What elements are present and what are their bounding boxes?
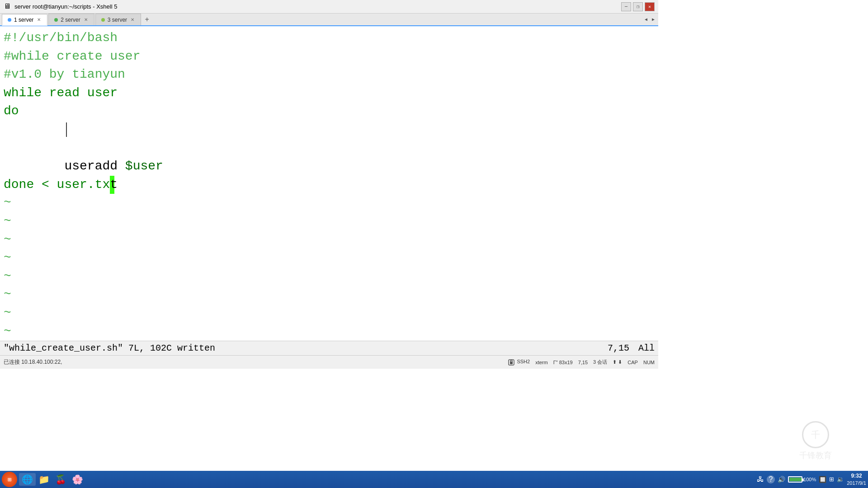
num-indicator: NUM [643, 360, 655, 365]
tab-dot-2 [54, 18, 58, 22]
tab-label-2: 2 server [61, 17, 80, 23]
tilde-3: ~ [4, 231, 655, 249]
titlebar: 🖥 server root@tianyun:~/scripts - Xshell… [0, 0, 658, 14]
arrow-indicators: ⬆ ⬇ [613, 359, 622, 365]
line-content-4: while read user [4, 84, 118, 103]
editor-line-6: useradd $user [4, 157, 655, 176]
tab-server-1[interactable]: 1 server ✕ [2, 14, 47, 26]
tilde-4: ~ [4, 249, 655, 267]
tilde-1: ~ [4, 194, 655, 212]
line-content-5a: do [4, 102, 19, 121]
tab-prev-arrow[interactable]: ◀ [643, 16, 649, 23]
line-content-2: #while create user [4, 47, 140, 66]
vim-scroll: All [638, 343, 655, 353]
cap-indicator: CAP [627, 360, 638, 365]
text-cursor: t [110, 176, 114, 194]
tab-label-1: 1 server [14, 17, 33, 23]
statusbar: 已连接 10.18.40.100:22, SSH2 xterm Γ" 83x19… [0, 355, 658, 369]
line-content-6b: $user [125, 157, 163, 176]
tab-next-arrow[interactable]: ▶ [650, 16, 656, 23]
tab-server-2[interactable]: 2 server ✕ [48, 14, 94, 25]
tilde-2: ~ [4, 212, 655, 231]
line-content-6a: useradd [4, 157, 125, 176]
line-content-7a: done < user.tx [4, 176, 110, 194]
tilde-8: ~ [4, 323, 655, 341]
restore-button[interactable]: ❐ [633, 2, 643, 11]
tilde-5: ~ [4, 267, 655, 286]
tilde-7: ~ [4, 304, 655, 323]
tab-nav-arrows: ◀ ▶ [643, 16, 656, 23]
editor-line-2: #while create user [4, 47, 655, 66]
line-content-1: #!/usr/bin/bash [4, 29, 118, 47]
editor-line-1: #!/usr/bin/bash [4, 29, 655, 47]
new-tab-button[interactable]: + [142, 14, 152, 24]
vim-position: 7,15 [608, 343, 629, 353]
cursor-indicator [19, 102, 55, 157]
cursor-pos: 7,15 [578, 360, 588, 365]
tabbar: 1 server ✕ 2 server ✕ 3 server ✕ + ◀ ▶ [0, 14, 658, 26]
tab-label-3: 3 server [108, 17, 127, 23]
vim-statusbar: "while_create_user.sh" 7L, 102C written … [0, 341, 658, 355]
editor-line-5: do [4, 102, 655, 157]
tab-close-3[interactable]: ✕ [130, 17, 135, 22]
editor-area[interactable]: #!/usr/bin/bash #while create user #v1.0… [0, 26, 658, 341]
svg-rect-2 [510, 361, 513, 364]
vim-position-info: 7,15 All [608, 343, 655, 353]
tab-close-2[interactable]: ✕ [83, 17, 89, 22]
editor-line-3: #v1.0 by tianyun [4, 66, 655, 84]
tab-server-3[interactable]: 3 server ✕ [95, 14, 141, 25]
tab-close-1[interactable]: ✕ [36, 17, 42, 22]
line-content-3: #v1.0 by tianyun [4, 66, 125, 84]
editor-line-7: done < user.txt [4, 176, 655, 194]
titlebar-left: 🖥 server root@tianyun:~/scripts - Xshell… [4, 2, 117, 11]
editor-line-4: while read user [4, 84, 655, 103]
vim-filename: "while_create_user.sh" 7L, 102C written [4, 343, 215, 353]
status-right: SSH2 xterm Γ" 83x19 7,15 3 会话 ⬆ ⬇ CAP NU… [508, 359, 655, 366]
terminal-size: Γ" 83x19 [553, 360, 573, 365]
close-button[interactable]: ✕ [645, 2, 655, 11]
tab-dot-3 [101, 18, 105, 22]
terminal-type: xterm [535, 360, 548, 365]
titlebar-controls[interactable]: — ❐ ✕ [621, 2, 655, 11]
tab-dot-1 [8, 18, 11, 22]
minimize-button[interactable]: — [621, 2, 631, 11]
app-icon: 🖥 [4, 2, 11, 11]
titlebar-title: server root@tianyun:~/scripts - Xshell 5 [14, 3, 117, 10]
ssh-indicator: SSH2 [508, 359, 530, 365]
session-count: 3 会话 [593, 359, 607, 366]
connection-status: 已连接 10.18.40.100:22, [4, 358, 508, 366]
tilde-6: ~ [4, 286, 655, 304]
